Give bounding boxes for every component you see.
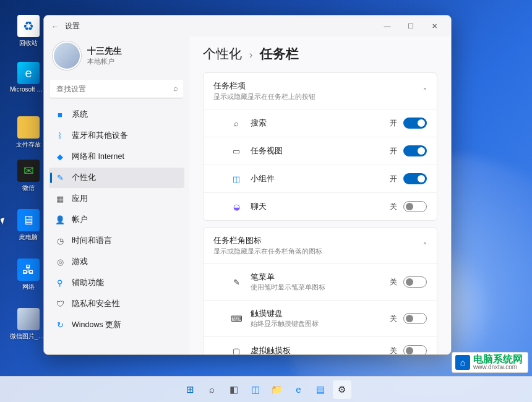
- breadcrumb-parent[interactable]: 个性化: [203, 46, 242, 61]
- desktop-icon-label: 微信: [10, 184, 47, 192]
- desktop-icon-recycle-bin[interactable]: ♻回收站: [10, 15, 47, 48]
- folder-icon: [17, 116, 40, 139]
- taskbar-search[interactable]: ⌕: [203, 380, 221, 399]
- taskbar-item-row-taskview: ▭任务视图开: [204, 137, 437, 165]
- section-taskbar-items: 任务栏项 显示或隐藏显示在任务栏上的按钮 ˄ ⌕搜索开▭任务视图开◫小组件开◒聊…: [203, 72, 437, 221]
- back-button[interactable]: ←: [49, 22, 61, 31]
- corner-icon-row-touchpad: ▢虚拟触摸板关: [204, 336, 437, 354]
- sidebar-item-gaming[interactable]: ◎游戏: [49, 252, 184, 272]
- wechat-icon: ✉: [17, 160, 40, 182]
- minimize-button[interactable]: ―: [375, 17, 399, 35]
- touchpad-icon: ▢: [231, 346, 242, 355]
- breadcrumb-current: 任务栏: [260, 46, 299, 61]
- user-name: 十三先生: [87, 46, 122, 57]
- desktop-icon-edge[interactable]: eMicrosoft Edge: [10, 62, 47, 93]
- section-header[interactable]: 任务栏角图标 显示或隐藏显示在任务栏角落的图标 ˄: [204, 228, 437, 263]
- chevron-right-icon: ›: [249, 49, 253, 61]
- gaming-icon: ◎: [55, 257, 65, 267]
- desktop-icon-label: Microsoft Edge: [10, 86, 47, 93]
- section-subtitle: 显示或隐藏显示在任务栏上的按钮: [213, 93, 315, 101]
- privacy-icon: 🛡: [55, 299, 65, 309]
- desktop-icon-label: 此电脑: [10, 233, 47, 242]
- house-icon: ⌂: [455, 355, 470, 370]
- search-input[interactable]: [50, 80, 183, 98]
- toggle-state-label: 开: [390, 146, 397, 156]
- sidebar-item-personalization[interactable]: ✎个性化: [49, 168, 184, 188]
- taskbar-store[interactable]: ▤: [311, 380, 330, 399]
- sidebar-item-accessibility[interactable]: ⚲辅助功能: [49, 273, 184, 293]
- section-corner-icons: 任务栏角图标 显示或隐藏显示在任务栏角落的图标 ˄ ✎笔菜单使用笔时显示笔菜单图…: [203, 227, 437, 354]
- toggle-search[interactable]: [403, 118, 427, 129]
- desktop-icon-network[interactable]: 🖧网络: [10, 259, 47, 291]
- toggle-touchkbd[interactable]: [403, 313, 427, 324]
- desktop-icon-label: 网络: [10, 283, 47, 291]
- sidebar-item-label: 隐私和安全性: [72, 299, 120, 309]
- desktop-icon-image-file[interactable]: 微信图片_2021091...: [10, 308, 47, 341]
- desktop-icon-label: 微信图片_2021091...: [10, 332, 47, 341]
- section-header[interactable]: 任务栏项 显示或隐藏显示在任务栏上的按钮 ˄: [204, 73, 437, 109]
- row-label: 触摸键盘: [251, 309, 319, 319]
- taskbar-taskview[interactable]: ◧: [225, 380, 243, 399]
- maximize-button[interactable]: ☐: [399, 17, 423, 35]
- taskbar-start[interactable]: ⊞: [181, 380, 200, 399]
- time-icon: ◷: [55, 236, 65, 246]
- row-subtitle: 始终显示触摸键盘图标: [251, 320, 319, 328]
- taskbar-explorer[interactable]: 📁: [268, 380, 286, 399]
- user-block[interactable]: 十三先生 本地帐户: [49, 39, 184, 77]
- toggle-state-label: 关: [390, 346, 397, 355]
- toggle-touchpad[interactable]: [403, 345, 427, 354]
- search-box[interactable]: ⌕: [50, 80, 183, 98]
- sidebar-item-label: 系统: [72, 109, 88, 120]
- image-file-icon: [17, 308, 40, 330]
- pen-icon: ✎: [231, 278, 242, 287]
- desktop-icon-label: 回收站: [10, 39, 47, 48]
- search-icon: ⌕: [231, 119, 242, 128]
- taskbar-settings[interactable]: ⚙: [333, 380, 351, 399]
- sidebar-item-label: Windows 更新: [72, 320, 121, 330]
- sidebar-item-time[interactable]: ◷时间和语言: [49, 231, 184, 251]
- sidebar-item-bluetooth[interactable]: ᛒ蓝牙和其他设备: [49, 126, 184, 146]
- personalization-icon: ✎: [55, 173, 65, 183]
- watermark-text: 电脑系统网: [473, 354, 523, 364]
- row-label: 笔菜单: [251, 272, 325, 283]
- toggle-taskview[interactable]: [403, 145, 427, 156]
- section-title: 任务栏角图标: [213, 235, 322, 246]
- update-icon: ↻: [55, 320, 65, 330]
- desktop-icon-folder[interactable]: 文件存放: [10, 116, 47, 149]
- sidebar-item-update[interactable]: ↻Windows 更新: [49, 315, 184, 335]
- sidebar-item-label: 个性化: [72, 173, 96, 183]
- breadcrumb: 个性化 › 任务栏: [203, 45, 437, 62]
- sidebar-item-accounts[interactable]: 👤帐户: [49, 210, 184, 230]
- taskbar-widgets[interactable]: ◫: [246, 380, 265, 399]
- chat-icon: ◒: [231, 202, 242, 212]
- row-subtitle: 使用笔时显示笔菜单图标: [251, 283, 325, 292]
- chevron-up-icon: ˄: [423, 242, 427, 250]
- desktop-icon-label: 文件存放: [10, 140, 47, 149]
- taskbar-edge[interactable]: e: [290, 380, 308, 399]
- sidebar-item-network[interactable]: ◆网络和 Internet: [49, 147, 184, 167]
- this-pc-icon: 🖥: [17, 209, 40, 231]
- chevron-up-icon: ˄: [423, 87, 427, 95]
- sidebar-item-label: 帐户: [72, 215, 88, 225]
- row-label: 小组件: [251, 174, 275, 184]
- accounts-icon: 👤: [55, 215, 65, 225]
- corner-icon-row-pen: ✎笔菜单使用笔时显示笔菜单图标关: [204, 263, 437, 300]
- toggle-chat[interactable]: [403, 201, 427, 212]
- toggle-state-label: 关: [390, 277, 397, 288]
- avatar: [53, 41, 81, 70]
- accessibility-icon: ⚲: [55, 278, 65, 288]
- sidebar-item-apps[interactable]: ▦应用: [49, 189, 184, 209]
- recycle-bin-icon: ♻: [17, 15, 40, 37]
- apps-icon: ▦: [55, 194, 65, 204]
- toggle-pen[interactable]: [403, 276, 427, 288]
- network-icon: 🖧: [17, 259, 40, 281]
- toggle-widgets[interactable]: [403, 173, 427, 184]
- sidebar-item-privacy[interactable]: 🛡隐私和安全性: [49, 294, 184, 314]
- toggle-state-label: 关: [390, 314, 397, 324]
- sidebar-item-system[interactable]: ■系统: [49, 105, 184, 125]
- taskbar-item-row-search: ⌕搜索开: [204, 109, 437, 137]
- desktop-icon-this-pc[interactable]: 🖥此电脑: [10, 209, 47, 242]
- row-label: 任务视图: [251, 146, 283, 156]
- desktop-icon-wechat[interactable]: ✉微信: [10, 160, 47, 192]
- close-button[interactable]: ✕: [423, 17, 446, 35]
